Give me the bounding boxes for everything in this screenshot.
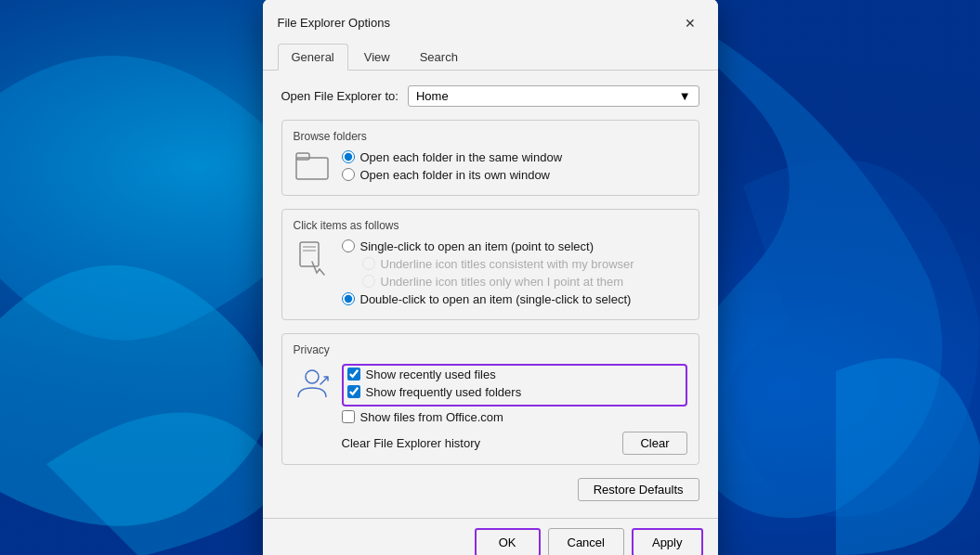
privacy-section: Privacy <box>281 333 699 465</box>
single-click-row: Single-click to open an item (point to s… <box>342 239 687 253</box>
underline-point-radio <box>362 275 375 288</box>
frequently-used-label[interactable]: Show frequently used folders <box>366 385 522 399</box>
tab-view[interactable]: View <box>350 44 404 70</box>
office-files-row: Show files from Office.com <box>342 410 687 424</box>
browse-option2-radio[interactable] <box>342 168 355 181</box>
single-click-label[interactable]: Single-click to open an item (point to s… <box>360 239 594 253</box>
tabs-bar: General View Search <box>263 36 718 71</box>
double-click-radio[interactable] <box>342 292 355 305</box>
single-click-radio[interactable] <box>342 239 355 252</box>
office-files-label[interactable]: Show files from Office.com <box>360 410 503 424</box>
browse-option2-label[interactable]: Open each folder in its own window <box>360 168 551 182</box>
recently-used-checkbox[interactable] <box>347 368 360 381</box>
click-icon <box>294 239 331 278</box>
browse-option2-row: Open each folder in its own window <box>342 168 687 182</box>
click-items-title: Click items as follows <box>294 219 687 232</box>
restore-defaults-button[interactable]: Restore Defaults <box>578 478 699 501</box>
underline-browser-radio <box>362 257 375 270</box>
restore-row: Restore Defaults <box>281 478 699 501</box>
clear-history-label: Clear File Explorer history <box>342 436 481 450</box>
tab-search[interactable]: Search <box>406 44 472 70</box>
underline-point-label: Underline icon titles only when I point … <box>381 275 624 289</box>
folder-icon <box>294 150 331 180</box>
click-items-section: Click items as follows <box>281 209 699 320</box>
browse-folders-inner: Open each folder in the same window Open… <box>294 150 687 186</box>
double-click-row: Double-click to open an item (single-cli… <box>342 292 687 306</box>
svg-rect-6 <box>300 242 319 266</box>
frequently-used-row: Show frequently used folders <box>347 385 682 399</box>
underline-browser-label: Underline icon titles consistent with my… <box>381 257 634 271</box>
privacy-inner: Show recently used files Show frequently… <box>294 364 687 455</box>
cancel-button[interactable]: Cancel <box>548 528 624 556</box>
open-explorer-label: Open File Explorer to: <box>281 89 399 103</box>
tab-general[interactable]: General <box>278 44 348 71</box>
apply-button[interactable]: Apply <box>632 528 703 556</box>
privacy-icon <box>294 364 331 401</box>
click-items-options: Single-click to open an item (point to s… <box>342 239 687 310</box>
office-files-checkbox[interactable] <box>342 410 355 423</box>
browse-folders-section: Browse folders Open each folder in the s… <box>281 120 699 196</box>
browse-option1-row: Open each folder in the same window <box>342 150 687 164</box>
privacy-options: Show recently used files Show frequently… <box>342 364 687 455</box>
browse-option1-radio[interactable] <box>342 150 355 163</box>
frequently-used-checkbox[interactable] <box>347 385 360 398</box>
recently-used-row: Show recently used files <box>347 368 682 381</box>
double-click-label[interactable]: Double-click to open an item (single-cli… <box>360 292 632 306</box>
dialog-title: File Explorer Options <box>278 16 390 30</box>
dialog-overlay: File Explorer Options ✕ General View Sea… <box>0 0 980 555</box>
open-explorer-dropdown[interactable]: Home ▼ <box>408 85 699 107</box>
browse-folders-title: Browse folders <box>294 130 687 143</box>
click-items-inner: Single-click to open an item (point to s… <box>294 239 687 310</box>
recently-used-label[interactable]: Show recently used files <box>366 368 496 381</box>
ok-button[interactable]: OK <box>475 528 541 556</box>
svg-rect-4 <box>296 158 328 179</box>
close-button[interactable]: ✕ <box>677 10 703 36</box>
underline-browser-row: Underline icon titles consistent with my… <box>342 257 687 271</box>
underline-point-row: Underline icon titles only when I point … <box>342 275 687 289</box>
clear-button[interactable]: Clear <box>622 432 686 455</box>
chevron-down-icon: ▼ <box>679 89 691 103</box>
dialog-footer: OK Cancel Apply <box>263 518 718 556</box>
open-explorer-row: Open File Explorer to: Home ▼ <box>281 85 699 107</box>
browse-folders-options: Open each folder in the same window Open… <box>342 150 687 186</box>
clear-row: Clear File Explorer history Clear <box>342 432 687 455</box>
privacy-highlight-box: Show recently used files Show frequently… <box>342 364 687 407</box>
file-explorer-options-dialog: File Explorer Options ✕ General View Sea… <box>263 0 718 555</box>
dialog-titlebar: File Explorer Options ✕ <box>263 0 718 36</box>
privacy-title: Privacy <box>294 343 687 356</box>
browse-option1-label[interactable]: Open each folder in the same window <box>360 150 563 164</box>
svg-rect-5 <box>296 153 309 160</box>
dialog-content: Open File Explorer to: Home ▼ Browse fol… <box>263 71 718 518</box>
svg-point-9 <box>306 370 319 383</box>
